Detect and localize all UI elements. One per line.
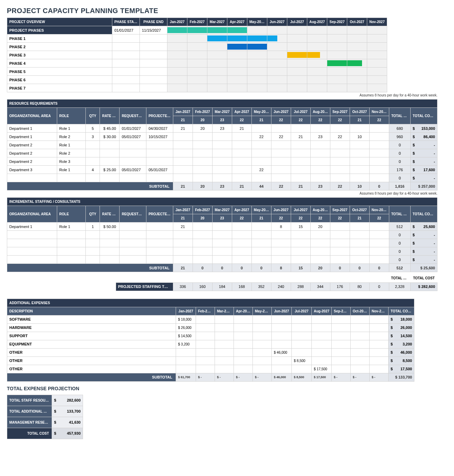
cell bbox=[120, 256, 146, 264]
proj-m: 176 bbox=[330, 282, 350, 291]
cell bbox=[7, 174, 57, 182]
phase-row: PHASE 6 bbox=[7, 76, 387, 84]
expense-month bbox=[332, 332, 351, 340]
gantt-cell bbox=[327, 26, 347, 34]
subtotal-m: 23 bbox=[310, 182, 330, 190]
hours-label: TOTAL HOURS bbox=[389, 274, 410, 282]
gantt-cell bbox=[367, 26, 387, 34]
cell bbox=[100, 239, 120, 247]
expense-month bbox=[292, 348, 312, 356]
cell: Role 3 bbox=[57, 157, 86, 166]
cell: 5 bbox=[86, 124, 100, 133]
expense-month bbox=[370, 356, 389, 365]
incremental-header: ORGANIZATIONAL AREA ROLE QTY RATE OF PAY… bbox=[7, 206, 437, 214]
cell: $ 50.00 bbox=[100, 223, 120, 231]
gantt-cell bbox=[187, 26, 207, 34]
hdr-month: Sep-2027 bbox=[332, 307, 351, 315]
month-cell bbox=[310, 256, 330, 264]
hdr-project-overview: PROJECT OVERVIEW bbox=[7, 18, 112, 26]
total-cost: $- bbox=[410, 239, 437, 247]
hdr-month: Jul-2027 bbox=[287, 18, 307, 26]
resource-header: ORGANIZATIONAL AREA ROLE QTY RATE OF PAY… bbox=[7, 108, 437, 116]
expense-desc: OTHER bbox=[7, 356, 176, 365]
month-cell bbox=[193, 133, 212, 141]
table-row: OTHER$ 46,000$46,000 bbox=[7, 348, 414, 356]
overview-header-row: PROJECT OVERVIEW PHASE START PHASE END J… bbox=[7, 18, 387, 26]
expense-month bbox=[196, 356, 215, 365]
hdr-month: Apr-2027 bbox=[232, 108, 251, 116]
gantt-cell bbox=[267, 26, 287, 34]
expense-month: $ 3,200 bbox=[176, 340, 196, 348]
expense-month: $ 26,000 bbox=[176, 323, 196, 332]
month-cell bbox=[350, 256, 369, 264]
subtotal-m: 22 bbox=[330, 182, 350, 190]
hdr-total-hours: TOTAL HOURS bbox=[389, 206, 410, 223]
hdr-role: ROLE bbox=[57, 206, 86, 223]
proj-m: 344 bbox=[310, 282, 330, 291]
expense-total: $3,200 bbox=[389, 340, 414, 348]
month-cell bbox=[330, 141, 350, 149]
summary-val: $282,600 bbox=[52, 395, 83, 406]
total-hours: 0 bbox=[389, 157, 410, 166]
month-cell: 20 bbox=[193, 124, 212, 133]
proj-m: 288 bbox=[291, 282, 310, 291]
month-cell bbox=[232, 166, 251, 174]
expense-desc: OTHER bbox=[7, 348, 176, 356]
cell bbox=[100, 141, 120, 149]
projected-label: PROJECTED STAFFING TOTALS bbox=[116, 282, 173, 291]
cell: Role 1 bbox=[57, 124, 86, 133]
expense-month bbox=[215, 315, 234, 323]
subtotal-m: 0 bbox=[212, 264, 232, 272]
table-row: Department 1Role 11$ 50.002181520512$25,… bbox=[7, 223, 437, 231]
expense-month bbox=[253, 332, 272, 340]
total-hours: 0 bbox=[389, 174, 410, 182]
hdr-month: Oct-2027 bbox=[351, 307, 370, 315]
month-cell bbox=[251, 239, 271, 247]
month-cell bbox=[291, 124, 310, 133]
expense-month bbox=[312, 323, 332, 332]
proj-m: 184 bbox=[212, 282, 232, 291]
cell bbox=[120, 141, 146, 149]
hdr-month: Jan-2027 bbox=[167, 18, 187, 26]
cell: 1 bbox=[85, 223, 100, 231]
phase-row: PHASE 5 bbox=[7, 68, 387, 76]
hdr-month: Apr-2027 bbox=[227, 18, 247, 26]
proj-m: 352 bbox=[251, 282, 271, 291]
subtotal-m: 21 bbox=[173, 264, 193, 272]
hdr-month: May-2027 bbox=[247, 18, 267, 26]
subtotal-m: 0 bbox=[193, 264, 212, 272]
expense-desc: SOFTWARE bbox=[7, 315, 176, 323]
hdr-description: DESCRIPTION bbox=[7, 307, 176, 315]
month-cell bbox=[310, 141, 330, 149]
month-days: 21 bbox=[350, 214, 369, 223]
month-cell bbox=[232, 256, 251, 264]
summary-title: TOTAL EXPENSE PROJECTION bbox=[7, 386, 447, 391]
projected-labels: TOTAL HOURS TOTAL COST bbox=[7, 274, 437, 282]
month-cell bbox=[212, 166, 232, 174]
expense-month: $ 17,500 bbox=[312, 365, 332, 373]
expense-desc: HARDWARE bbox=[7, 323, 176, 332]
cell bbox=[7, 256, 57, 264]
month-cell bbox=[193, 231, 212, 239]
expenses-header: DESCRIPTION Jan-2027 Feb-2027 Mar-2027 A… bbox=[7, 307, 414, 315]
expense-month: $ 14,500 bbox=[176, 332, 196, 340]
table-row: Department 3Role 14$ 25.0005/01/202705/3… bbox=[7, 166, 437, 174]
month-cell bbox=[369, 149, 389, 157]
month-cell bbox=[350, 124, 369, 133]
exp-sub-m: $ - bbox=[351, 373, 370, 381]
hdr-role: ROLE bbox=[57, 108, 86, 124]
cell bbox=[85, 247, 100, 256]
month-days: 21 bbox=[251, 214, 271, 223]
gantt-cell bbox=[287, 26, 307, 34]
month-cell bbox=[271, 174, 291, 182]
month-cell bbox=[330, 223, 350, 231]
cell bbox=[85, 231, 100, 239]
month-cell: 23 bbox=[212, 124, 232, 133]
month-cell bbox=[369, 174, 389, 182]
resource-table: RESOURCE REQUIREMENTS ORGANIZATIONAL ARE… bbox=[7, 99, 437, 190]
phase-label: PHASE 3 bbox=[7, 51, 112, 59]
expense-month bbox=[234, 365, 253, 373]
expense-month bbox=[351, 356, 370, 365]
subtotal-m: 20 bbox=[193, 182, 212, 190]
exp-sub-m: $ - bbox=[370, 373, 389, 381]
